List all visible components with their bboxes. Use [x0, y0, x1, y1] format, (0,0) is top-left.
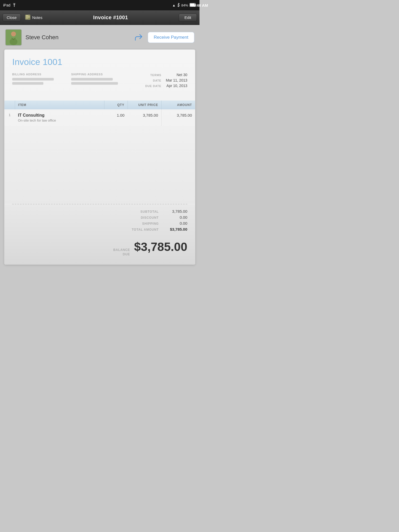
nav-title: Invoice #1001 [93, 15, 128, 21]
subtotal-label: SUBTOTAL [128, 210, 159, 214]
location-icon: ▲ [172, 3, 176, 7]
shipping-address-block: SHIPPING ADDRESS [71, 73, 130, 89]
svg-point-0 [14, 6, 15, 6]
terms-row: TERMS Net 30 [130, 73, 187, 77]
invoice-title-prefix: Invoice [12, 57, 40, 67]
balance-due-value: $3,785.00 [134, 240, 187, 254]
notes-label: Notes [32, 15, 42, 20]
shipping-value: 0.00 [164, 221, 187, 225]
total-amount-value: $3,785.00 [164, 227, 187, 231]
customer-info: Steve Cohen [5, 29, 58, 46]
col-qty-header: QTY [104, 101, 128, 109]
invoice-number: 1001 [43, 57, 62, 67]
item-details: IT Consulting On-site tech for law offic… [15, 109, 104, 126]
wifi-icon [12, 3, 17, 8]
date-value: Mar 11, 2013 [164, 78, 187, 82]
svg-rect-8 [26, 18, 28, 19]
svg-rect-7 [26, 17, 30, 18]
shipping-label: SHIPPING [128, 222, 159, 225]
invoice-title: Invoice 1001 [12, 57, 187, 67]
billing-line-2 [12, 82, 43, 85]
subtotal-row: SUBTOTAL 3,785.00 [12, 209, 187, 214]
battery-label: 84% [181, 3, 188, 7]
status-bar: iPad 10:40 AM ▲ 84% [0, 0, 200, 10]
terms-value: Net 30 [164, 73, 187, 77]
item-num: 1 [4, 109, 15, 126]
terms-block: TERMS Net 30 DATE Mar 11, 2013 DUE DATE … [130, 73, 187, 89]
item-unit-price: 3,785.00 [128, 109, 161, 126]
col-unit-price-header: UNIT PRICE [128, 101, 161, 109]
shipping-row: SHIPPING 0.00 [12, 221, 187, 225]
svg-point-10 [11, 31, 16, 36]
item-name: IT Consulting [18, 113, 101, 118]
shipping-line-1 [71, 78, 113, 81]
discount-value: 0.00 [164, 215, 187, 220]
svg-point-11 [10, 38, 17, 45]
customer-actions: Receive Payment [133, 32, 194, 43]
invoice-empty-area [4, 126, 195, 204]
terms-label: TERMS [150, 74, 162, 77]
col-amount-header: AMOUNT [161, 101, 195, 109]
balance-due-label: BALANCEDUE [113, 248, 130, 257]
bluetooth-icon [177, 3, 180, 8]
nav-bar: Close Notes Invoice #1001 Edit [0, 10, 200, 25]
svg-rect-6 [26, 16, 30, 17]
avatar [5, 29, 22, 46]
subtotal-value: 3,785.00 [164, 209, 187, 214]
discount-label: DISCOUNT [128, 216, 159, 220]
discount-row: DISCOUNT 0.00 [12, 215, 187, 220]
edit-button[interactable]: Edit [179, 14, 197, 22]
item-qty: 1.00 [104, 109, 128, 126]
status-left: iPad [3, 3, 17, 8]
notes-button[interactable]: Notes [25, 14, 42, 21]
due-date-row: DUE DATE Apr 10, 2013 [130, 84, 187, 88]
item-description: On-site tech for law office [18, 118, 101, 122]
invoice-body: Invoice 1001 BILLING ADDRESS SHIPPING AD… [4, 50, 195, 101]
billing-address-label: BILLING ADDRESS [12, 73, 71, 76]
item-amount: 3,785.00 [161, 109, 195, 126]
shipping-line-2 [71, 82, 118, 85]
device-label: iPad [3, 3, 10, 7]
total-amount-label: TOTAL AMOUNT [128, 228, 159, 231]
billing-address-block: BILLING ADDRESS [12, 73, 71, 89]
col-num-header [4, 101, 15, 109]
invoice-table: ITEM QTY UNIT PRICE AMOUNT 1 IT Consulti… [4, 101, 195, 126]
due-date-value: Apr 10, 2013 [164, 84, 187, 88]
customer-header: Steve Cohen Receive Payment [4, 29, 195, 46]
table-row: 1 IT Consulting On-site tech for law off… [4, 109, 195, 126]
table-header-row: ITEM QTY UNIT PRICE AMOUNT [4, 101, 195, 109]
balance-due-section: BALANCEDUE $3,785.00 [4, 237, 195, 264]
customer-name: Steve Cohen [25, 34, 58, 41]
due-date-label: DUE DATE [145, 84, 161, 88]
close-button[interactable]: Close [3, 14, 21, 22]
notes-icon [25, 14, 31, 21]
share-button[interactable] [133, 32, 144, 43]
invoice-totals: SUBTOTAL 3,785.00 DISCOUNT 0.00 SHIPPING… [4, 204, 195, 237]
date-row: DATE Mar 11, 2013 [130, 78, 187, 82]
total-amount-row: TOTAL AMOUNT $3,785.00 [12, 227, 187, 231]
col-item-header: ITEM [15, 101, 104, 109]
svg-rect-5 [26, 15, 28, 16]
main-content: Steve Cohen Receive Payment Invoice 1001 [0, 25, 200, 269]
invoice-meta: BILLING ADDRESS SHIPPING ADDRESS TERMS N… [12, 73, 187, 89]
receive-payment-button[interactable]: Receive Payment [148, 32, 194, 43]
invoice-card: Invoice 1001 BILLING ADDRESS SHIPPING AD… [4, 49, 195, 265]
billing-line-1 [12, 78, 54, 81]
date-label: DATE [153, 79, 161, 82]
status-time: 10:40 AM [191, 3, 200, 8]
shipping-address-label: SHIPPING ADDRESS [71, 73, 130, 76]
